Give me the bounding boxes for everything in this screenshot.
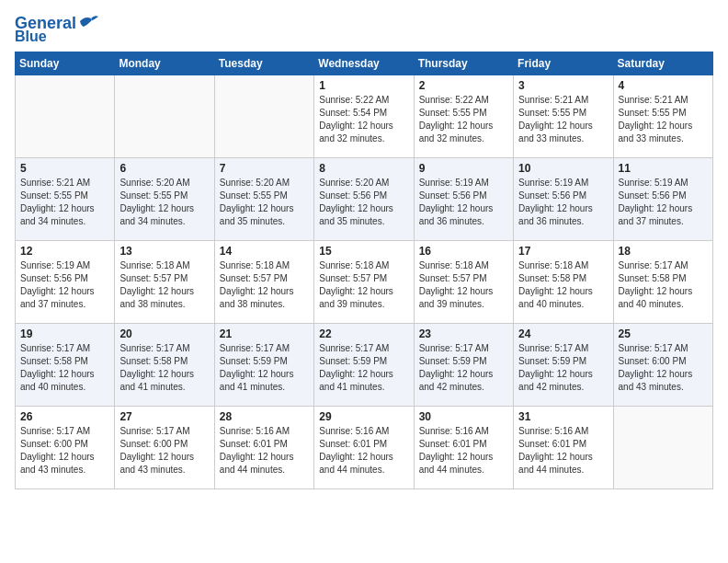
calendar-cell: 3Sunrise: 5:21 AM Sunset: 5:55 PM Daylig… <box>514 75 613 158</box>
column-header-wednesday: Wednesday <box>314 52 414 75</box>
calendar-cell <box>613 407 712 489</box>
day-number: 21 <box>220 327 309 340</box>
day-info: Sunrise: 5:20 AM Sunset: 5:55 PM Dayligh… <box>119 177 209 228</box>
day-number: 24 <box>518 327 608 340</box>
day-number: 1 <box>319 79 408 92</box>
bird-icon <box>78 14 98 29</box>
day-number: 27 <box>119 410 209 423</box>
calendar-week-row: 12Sunrise: 5:19 AM Sunset: 5:56 PM Dayli… <box>16 241 713 324</box>
day-info: Sunrise: 5:16 AM Sunset: 6:01 PM Dayligh… <box>518 425 608 477</box>
column-header-friday: Friday <box>514 52 613 75</box>
calendar-cell: 2Sunrise: 5:22 AM Sunset: 5:55 PM Daylig… <box>414 75 513 158</box>
day-number: 2 <box>419 79 508 92</box>
day-info: Sunrise: 5:17 AM Sunset: 5:58 PM Dayligh… <box>619 259 708 311</box>
calendar-week-row: 5Sunrise: 5:21 AM Sunset: 5:55 PM Daylig… <box>16 158 713 241</box>
day-info: Sunrise: 5:21 AM Sunset: 5:55 PM Dayligh… <box>518 94 608 145</box>
calendar-week-row: 19Sunrise: 5:17 AM Sunset: 5:58 PM Dayli… <box>16 324 713 407</box>
day-info: Sunrise: 5:19 AM Sunset: 5:56 PM Dayligh… <box>518 177 608 228</box>
day-number: 8 <box>319 162 408 175</box>
day-info: Sunrise: 5:17 AM Sunset: 5:59 PM Dayligh… <box>319 342 408 394</box>
calendar-cell: 18Sunrise: 5:17 AM Sunset: 5:58 PM Dayli… <box>613 241 712 324</box>
day-number: 30 <box>419 410 508 423</box>
column-header-saturday: Saturday <box>613 52 712 75</box>
calendar-cell: 21Sunrise: 5:17 AM Sunset: 5:59 PM Dayli… <box>214 324 313 407</box>
calendar-cell: 27Sunrise: 5:17 AM Sunset: 6:00 PM Dayli… <box>115 407 214 489</box>
calendar-week-row: 1Sunrise: 5:22 AM Sunset: 5:54 PM Daylig… <box>16 75 713 158</box>
day-info: Sunrise: 5:21 AM Sunset: 5:55 PM Dayligh… <box>20 177 109 228</box>
column-header-tuesday: Tuesday <box>214 52 313 75</box>
day-info: Sunrise: 5:18 AM Sunset: 5:57 PM Dayligh… <box>119 259 209 311</box>
calendar-cell: 24Sunrise: 5:17 AM Sunset: 5:59 PM Dayli… <box>514 324 613 407</box>
calendar-cell: 28Sunrise: 5:16 AM Sunset: 6:01 PM Dayli… <box>214 407 313 489</box>
day-info: Sunrise: 5:22 AM Sunset: 5:55 PM Dayligh… <box>419 94 508 145</box>
day-info: Sunrise: 5:16 AM Sunset: 6:01 PM Dayligh… <box>220 425 309 477</box>
day-number: 28 <box>220 410 309 423</box>
calendar-cell: 6Sunrise: 5:20 AM Sunset: 5:55 PM Daylig… <box>115 158 214 241</box>
day-info: Sunrise: 5:18 AM Sunset: 5:57 PM Dayligh… <box>419 259 508 311</box>
day-number: 5 <box>20 162 109 175</box>
day-number: 22 <box>319 327 408 340</box>
calendar-cell: 7Sunrise: 5:20 AM Sunset: 5:55 PM Daylig… <box>214 158 313 241</box>
column-header-sunday: Sunday <box>16 52 115 75</box>
calendar-cell <box>16 75 115 158</box>
day-number: 10 <box>518 162 608 175</box>
day-number: 11 <box>619 162 708 175</box>
calendar-cell <box>214 75 313 158</box>
calendar-cell: 14Sunrise: 5:18 AM Sunset: 5:57 PM Dayli… <box>214 241 313 324</box>
calendar-cell: 20Sunrise: 5:17 AM Sunset: 5:58 PM Dayli… <box>115 324 214 407</box>
day-number: 18 <box>619 245 708 258</box>
calendar-cell: 15Sunrise: 5:18 AM Sunset: 5:57 PM Dayli… <box>314 241 414 324</box>
day-number: 23 <box>419 327 508 340</box>
logo: General Blue <box>15 15 98 44</box>
day-info: Sunrise: 5:16 AM Sunset: 6:01 PM Dayligh… <box>419 425 508 477</box>
column-header-monday: Monday <box>115 52 214 75</box>
calendar-cell <box>115 75 214 158</box>
calendar-cell: 30Sunrise: 5:16 AM Sunset: 6:01 PM Dayli… <box>414 407 513 489</box>
day-info: Sunrise: 5:17 AM Sunset: 6:00 PM Dayligh… <box>619 342 708 394</box>
calendar-cell: 9Sunrise: 5:19 AM Sunset: 5:56 PM Daylig… <box>414 158 513 241</box>
day-info: Sunrise: 5:17 AM Sunset: 5:59 PM Dayligh… <box>419 342 508 394</box>
day-number: 12 <box>20 245 109 258</box>
column-header-thursday: Thursday <box>414 52 513 75</box>
calendar-table: SundayMondayTuesdayWednesdayThursdayFrid… <box>15 52 713 489</box>
day-number: 26 <box>20 410 109 423</box>
calendar-cell: 26Sunrise: 5:17 AM Sunset: 6:00 PM Dayli… <box>16 407 115 489</box>
day-info: Sunrise: 5:17 AM Sunset: 6:00 PM Dayligh… <box>20 425 109 477</box>
day-info: Sunrise: 5:17 AM Sunset: 5:59 PM Dayligh… <box>518 342 608 394</box>
day-info: Sunrise: 5:21 AM Sunset: 5:55 PM Dayligh… <box>619 94 708 145</box>
calendar-cell: 23Sunrise: 5:17 AM Sunset: 5:59 PM Dayli… <box>414 324 513 407</box>
day-number: 15 <box>319 245 408 258</box>
day-number: 29 <box>319 410 408 423</box>
day-info: Sunrise: 5:17 AM Sunset: 6:00 PM Dayligh… <box>119 425 209 477</box>
day-info: Sunrise: 5:19 AM Sunset: 5:56 PM Dayligh… <box>419 177 508 228</box>
day-number: 19 <box>20 327 109 340</box>
calendar-cell: 11Sunrise: 5:19 AM Sunset: 5:56 PM Dayli… <box>613 158 712 241</box>
day-number: 4 <box>619 79 708 92</box>
calendar-cell: 13Sunrise: 5:18 AM Sunset: 5:57 PM Dayli… <box>115 241 214 324</box>
day-info: Sunrise: 5:19 AM Sunset: 5:56 PM Dayligh… <box>20 259 109 311</box>
day-number: 20 <box>119 327 209 340</box>
day-info: Sunrise: 5:16 AM Sunset: 6:01 PM Dayligh… <box>319 425 408 477</box>
calendar-cell: 17Sunrise: 5:18 AM Sunset: 5:58 PM Dayli… <box>514 241 613 324</box>
day-info: Sunrise: 5:22 AM Sunset: 5:54 PM Dayligh… <box>319 94 408 145</box>
logo-text2: Blue <box>15 29 47 44</box>
calendar-header-row: SundayMondayTuesdayWednesdayThursdayFrid… <box>16 52 713 75</box>
day-info: Sunrise: 5:17 AM Sunset: 5:59 PM Dayligh… <box>220 342 309 394</box>
day-number: 3 <box>518 79 608 92</box>
day-info: Sunrise: 5:18 AM Sunset: 5:58 PM Dayligh… <box>518 259 608 311</box>
day-number: 25 <box>619 327 708 340</box>
day-info: Sunrise: 5:19 AM Sunset: 5:56 PM Dayligh… <box>619 177 708 228</box>
calendar-cell: 16Sunrise: 5:18 AM Sunset: 5:57 PM Dayli… <box>414 241 513 324</box>
day-info: Sunrise: 5:18 AM Sunset: 5:57 PM Dayligh… <box>220 259 309 311</box>
calendar-cell: 22Sunrise: 5:17 AM Sunset: 5:59 PM Dayli… <box>314 324 414 407</box>
calendar-cell: 4Sunrise: 5:21 AM Sunset: 5:55 PM Daylig… <box>613 75 712 158</box>
calendar-week-row: 26Sunrise: 5:17 AM Sunset: 6:00 PM Dayli… <box>16 407 713 489</box>
calendar-cell: 8Sunrise: 5:20 AM Sunset: 5:56 PM Daylig… <box>314 158 414 241</box>
day-info: Sunrise: 5:20 AM Sunset: 5:55 PM Dayligh… <box>220 177 309 228</box>
calendar-cell: 5Sunrise: 5:21 AM Sunset: 5:55 PM Daylig… <box>16 158 115 241</box>
day-number: 6 <box>119 162 209 175</box>
calendar-cell: 12Sunrise: 5:19 AM Sunset: 5:56 PM Dayli… <box>16 241 115 324</box>
day-info: Sunrise: 5:17 AM Sunset: 5:58 PM Dayligh… <box>119 342 209 394</box>
calendar-cell: 10Sunrise: 5:19 AM Sunset: 5:56 PM Dayli… <box>514 158 613 241</box>
day-info: Sunrise: 5:17 AM Sunset: 5:58 PM Dayligh… <box>20 342 109 394</box>
